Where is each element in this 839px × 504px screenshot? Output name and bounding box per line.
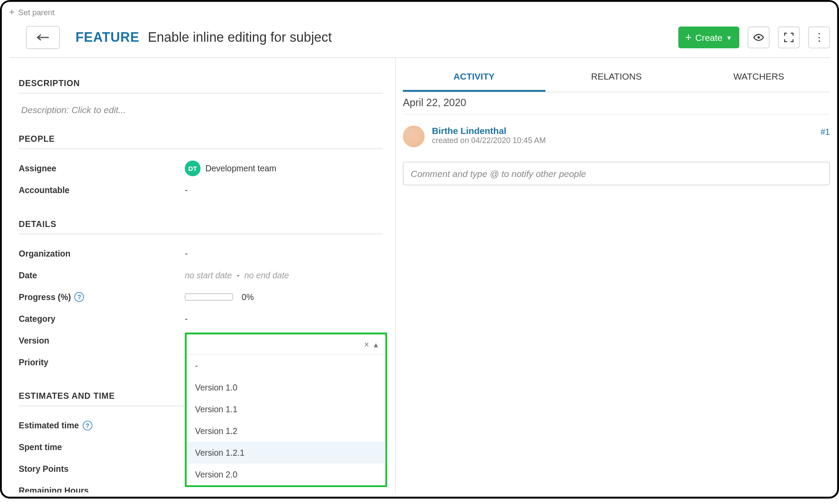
version-option[interactable]: Version 1.2.1 [187, 442, 386, 464]
kebab-icon: ⋮ [814, 31, 825, 44]
help-icon[interactable]: ? [74, 292, 84, 302]
activity-user[interactable]: Birthe Lindenthal [432, 126, 813, 136]
divider [19, 93, 383, 93]
activity-meta: created on 04/22/2020 10:45 AM [432, 136, 813, 145]
description-field[interactable]: Description: Click to edit... [19, 102, 383, 127]
divider [19, 148, 383, 149]
assignee-value[interactable]: DT Development team [185, 160, 276, 176]
accountable-value[interactable]: - [185, 185, 188, 195]
back-arrow-icon [36, 33, 50, 41]
category-value[interactable]: - [185, 314, 188, 324]
caret-up-icon[interactable]: ▴ [372, 340, 381, 349]
eye-icon [753, 34, 764, 41]
back-button[interactable] [26, 26, 60, 49]
organization-row: Organization - [19, 243, 383, 264]
version-option[interactable]: Version 1.0 [187, 377, 386, 398]
category-row: Category - [19, 308, 383, 330]
progress-bar [185, 294, 233, 301]
version-option[interactable]: Version 1.2 [187, 420, 386, 442]
progress-row: Progress (%) ? 0% [19, 286, 383, 308]
fullscreen-button[interactable] [778, 27, 800, 48]
no-start-date: no start date [185, 270, 232, 280]
priority-label: Priority [19, 357, 185, 367]
version-dropdown: × ▴ -Version 1.0Version 1.1Version 1.2Ve… [185, 333, 387, 487]
plus-icon: + [9, 7, 15, 17]
accountable-label: Accountable [19, 185, 185, 195]
tab-watchers[interactable]: WATCHERS [688, 63, 830, 92]
remaining-hours-label: Remaining Hours [19, 486, 185, 492]
progress-label: Progress (%) ? [19, 292, 185, 302]
progress-value[interactable]: 0% [185, 292, 254, 302]
assignee-name: Development team [205, 164, 276, 173]
plus-icon: + [685, 31, 692, 43]
watch-button[interactable] [748, 27, 769, 48]
version-label: Version [19, 336, 185, 345]
avatar-badge: DT [185, 160, 201, 176]
section-details: DETAILS [19, 219, 383, 229]
activity-index[interactable]: #1 [820, 126, 830, 147]
chevron-down-icon: ▼ [726, 34, 732, 40]
organization-label: Organization [19, 249, 185, 258]
more-menu-button[interactable]: ⋮ [808, 27, 830, 48]
right-column: ACTIVITY RELATIONS WATCHERS April 22, 20… [396, 58, 837, 492]
estimated-time-label: Estimated time ? [19, 421, 185, 430]
expand-icon [784, 33, 794, 42]
help-icon[interactable]: ? [83, 421, 92, 430]
version-option[interactable]: Version 2.0 [187, 464, 386, 485]
accountable-row: Accountable - [19, 179, 383, 201]
no-end-date: no end date [244, 270, 289, 280]
work-package-title[interactable]: Enable inline editing for subject [148, 30, 332, 45]
version-option[interactable]: - [187, 355, 386, 377]
version-search-input[interactable] [193, 340, 362, 349]
activity-date: April 22, 2020 [403, 92, 830, 114]
comment-input[interactable]: Comment and type @ to notify other peopl… [403, 162, 830, 185]
avatar[interactable] [403, 126, 425, 147]
work-package-type[interactable]: FEATURE [76, 30, 140, 45]
assignee-label: Assignee [19, 164, 185, 173]
clear-icon[interactable]: × [362, 340, 371, 349]
date-label: Date [19, 270, 185, 280]
spent-time-label: Spent time [19, 442, 185, 452]
version-option[interactable]: Version 1.1 [187, 398, 386, 420]
tabs: ACTIVITY RELATIONS WATCHERS [403, 63, 830, 92]
set-parent-label: Set parent [18, 7, 54, 17]
version-input-row: × ▴ [187, 334, 386, 355]
progress-text: 0% [242, 292, 254, 302]
divider [19, 234, 383, 234]
tab-activity[interactable]: ACTIVITY [403, 63, 545, 92]
set-parent-row[interactable]: + Set parent [2, 2, 837, 22]
svg-point-0 [758, 36, 760, 39]
section-description: DESCRIPTION [19, 78, 383, 88]
version-option-list[interactable]: -Version 1.0Version 1.1Version 1.2Versio… [187, 355, 386, 485]
section-people: PEOPLE [19, 134, 383, 144]
create-button[interactable]: + Create ▼ [678, 27, 739, 48]
category-label: Category [19, 314, 185, 324]
create-label: Create [695, 32, 723, 43]
title-row: FEATURE Enable inline editing for subjec… [2, 22, 837, 57]
assignee-row: Assignee DT Development team [19, 157, 383, 179]
tab-relations[interactable]: RELATIONS [545, 63, 688, 92]
date-value[interactable]: no start date - no end date [185, 270, 289, 280]
story-points-label: Story Points [19, 464, 185, 474]
organization-value[interactable]: - [185, 249, 188, 258]
date-row: Date no start date - no end date [19, 264, 383, 286]
activity-item: Birthe Lindenthal created on 04/22/2020 … [403, 115, 830, 158]
date-separator: - [237, 270, 239, 280]
